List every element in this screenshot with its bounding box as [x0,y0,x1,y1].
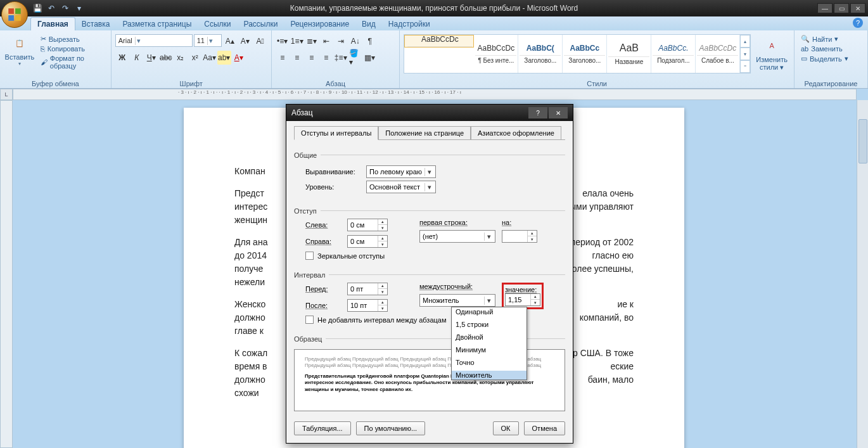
align-center-icon[interactable]: ≡ [290,51,304,65]
qat-dropdown-icon[interactable]: ▾ [73,3,85,14]
font-color-icon[interactable]: A▾ [232,51,246,65]
gallery-more-icon[interactable]: ⁼ [740,60,750,73]
style-subtle[interactable]: AaBbCcDcСлабое в... [696,35,740,73]
close-button[interactable]: ✕ [850,3,865,13]
dialog-tab-asian[interactable]: Азиатское оформление [471,126,561,140]
strikethrough-icon[interactable]: abc [159,51,173,65]
tab-home[interactable]: Главная [30,17,75,30]
select-button[interactable]: ▭Выделить ▾ [798,54,851,63]
indent-right-spinner[interactable]: 0 см▴▾ [347,235,388,248]
ruler-corner[interactable]: L [0,89,13,100]
option-exact[interactable]: Точно [452,358,527,367]
cut-button[interactable]: ✂Вырезать [38,34,107,44]
ok-button[interactable]: ОК [493,421,519,435]
style-title[interactable]: AaBНазвание [607,35,651,73]
borders-icon[interactable]: ▦▾ [363,51,377,65]
indent-left-spinner[interactable]: 0 см▴▾ [347,219,388,231]
firstline-select[interactable]: (нет)▾ [419,230,495,243]
style-heading1[interactable]: AaBbC(Заголово... [518,35,563,73]
dialog-tab-indents[interactable]: Отступы и интервалы [294,126,378,140]
style-normal[interactable]: AaBbCcDc¶ Обычный [404,35,474,48]
change-styles-button[interactable]: A Изменить стили ▾ [753,34,790,72]
tab-view[interactable]: Вид [355,18,382,30]
vertical-ruler[interactable] [0,100,13,448]
save-icon[interactable]: 💾 [32,3,43,14]
horizontal-ruler[interactable]: · 3 · ı · 2 · ı · 1 · ı · · ı · 1 · ı · … [13,89,857,100]
tab-addins[interactable]: Надстройки [382,18,437,30]
office-button[interactable] [1,1,28,28]
shrink-font-icon[interactable]: A▾ [238,34,252,48]
style-subtitle[interactable]: AaBbCc.Подзагол... [651,35,696,73]
align-left-icon[interactable]: ≡ [276,51,290,65]
sort-icon[interactable]: A↓ [348,34,362,48]
show-marks-icon[interactable]: ¶ [363,34,377,48]
justify-icon[interactable]: ≡ [319,51,333,65]
minimize-button[interactable]: — [817,3,833,13]
spacing-before-spinner[interactable]: 0 пт▴▾ [347,283,388,295]
dialog-close-button[interactable]: ✕ [549,107,568,118]
change-case-icon[interactable]: Aa▾ [203,51,217,65]
brush-icon: 🖌 [41,58,48,66]
firstline-value-spinner[interactable]: ▴▾ [502,230,537,243]
increase-indent-icon[interactable]: ⇥ [334,34,348,48]
dialog-help-button[interactable]: ? [528,107,547,118]
option-multiple[interactable]: Множитель [452,371,527,380]
level-select[interactable]: Основной текст▾ [366,181,436,193]
linespacing-value-spinner[interactable]: 1,15▴▾ [505,293,540,306]
tabulation-button[interactable]: Табуляция... [294,421,351,435]
subscript-icon[interactable]: x₂ [174,51,188,65]
dialog-titlebar[interactable]: Абзац ? ✕ [286,105,573,121]
clear-format-icon[interactable]: Aͯ [253,34,267,48]
group-editing: Редактирование [798,79,864,88]
undo-icon[interactable]: ↶ [46,3,57,14]
cancel-button[interactable]: Отмена [524,421,565,435]
gallery-up-icon[interactable]: ▴ [740,35,750,48]
default-button[interactable]: По умолчанию... [356,421,426,435]
find-button[interactable]: 🔍Найти ▾ [798,34,851,44]
help-icon[interactable]: ? [853,18,863,28]
vertical-scrollbar[interactable] [857,100,868,448]
option-minimum[interactable]: Минимум [452,345,527,354]
tab-mailings[interactable]: Рассылки [238,18,284,30]
tab-pagelayout[interactable]: Разметка страницы [116,18,198,30]
redo-icon[interactable]: ↷ [60,3,71,14]
align-right-icon[interactable]: ≡ [305,51,319,65]
style-heading2[interactable]: AaBbCcЗаголово... [563,35,607,73]
underline-icon[interactable]: Ч▾ [144,51,158,65]
copy-button[interactable]: ⎘Копировать [38,44,107,53]
dialog-tab-position[interactable]: Положение на странице [378,126,471,140]
scrollbar-thumb[interactable] [858,119,867,163]
format-painter-button[interactable]: 🖌Формат по образцу [38,54,107,70]
gallery-down-icon[interactable]: ▾ [740,48,750,60]
spacing-after-spinner[interactable]: 10 пт▴▾ [347,299,388,312]
change-styles-icon: A [762,35,782,56]
option-1-5[interactable]: 1,5 строки [452,320,527,329]
bullets-icon[interactable]: •≡▾ [276,34,290,48]
maximize-button[interactable]: ▭ [834,3,849,13]
mirror-indents-checkbox[interactable]: Зеркальные отступы [305,252,565,260]
bold-icon[interactable]: Ж [115,51,129,65]
linespacing-dropdown[interactable]: Одинарный 1,5 строки Двойной Минимум Точ… [451,307,527,380]
tab-references[interactable]: Ссылки [198,18,237,30]
numbering-icon[interactable]: 1≡▾ [290,34,304,48]
superscript-icon[interactable]: x² [188,51,202,65]
replace-button[interactable]: abЗаменить [798,44,851,53]
multilevel-icon[interactable]: ≣▾ [305,34,319,48]
tab-insert[interactable]: Вставка [75,18,117,30]
decrease-indent-icon[interactable]: ⇤ [319,34,333,48]
styles-gallery[interactable]: AaBbCcDc¶ Обычный AaBbCcDc¶ Без инте... … [404,34,751,74]
style-nospacing[interactable]: AaBbCcDc¶ Без инте... [474,35,518,73]
grow-font-icon[interactable]: A▴ [223,34,237,48]
option-double[interactable]: Двойной [452,333,527,342]
font-size-combo[interactable]: 11▾ [194,34,222,47]
line-spacing-icon[interactable]: ‡≡▾ [334,51,348,65]
shading-icon[interactable]: 🪣▾ [348,51,362,65]
option-single[interactable]: Одинарный [452,307,527,316]
alignment-select[interactable]: По левому краю▾ [366,165,436,178]
linespacing-select[interactable]: Множитель▾ [419,294,495,307]
font-name-combo[interactable]: Arial▾ [115,34,193,47]
tab-review[interactable]: Рецензирование [284,18,355,30]
paste-button[interactable]: 📋 Вставить ▾ [4,32,35,68]
italic-icon[interactable]: К [130,51,144,65]
highlight-icon[interactable]: ab▾ [217,51,231,65]
